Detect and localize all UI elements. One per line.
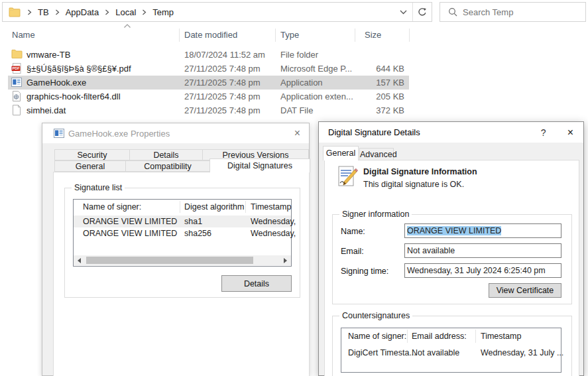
- signer-name: ORANGE VIEW LIMITED: [83, 216, 177, 227]
- tab-digital-signatures[interactable]: Digital Signatures: [209, 158, 310, 172]
- timestamp: Wednesday,: [251, 227, 296, 239]
- column-header-type[interactable]: Type: [280, 30, 299, 40]
- file-row-selected[interactable]: GameHook.exe 27/11/2025 7:48 pm Applicat…: [0, 76, 411, 90]
- dll-file-icon: [11, 91, 22, 101]
- name-field[interactable]: ORANGE VIEW LIMITED: [404, 223, 561, 238]
- signature-status-text: This digital signature is OK.: [363, 180, 464, 189]
- file-name: vmware-TB: [27, 48, 70, 62]
- col-name-of-signer[interactable]: Name of signer:: [83, 200, 141, 214]
- screen: TB AppData Local Temp Name Date modified…: [0, 0, 588, 376]
- scroll-left-icon[interactable]: [74, 255, 84, 265]
- countersignatures-table: Name of signer: Email address: Timestamp…: [341, 328, 561, 373]
- column-divider: [245, 201, 246, 213]
- col-email-address[interactable]: Email address:: [412, 328, 467, 344]
- digest-algorithm: sha1: [184, 216, 202, 227]
- countersigner-name: DigiCert Timesta...: [348, 346, 416, 359]
- file-name: §±§Ú§ã§î§Þ§à §®§£§¥.pdf: [27, 62, 131, 76]
- countersigner-timestamp: Wednesday, 31 July ...: [481, 346, 563, 359]
- file-type: DAT File: [280, 103, 313, 117]
- details-button[interactable]: Details: [221, 275, 292, 292]
- digest-algorithm: sha256: [184, 227, 211, 239]
- file-name: simhei.dat: [27, 103, 66, 117]
- name-value: ORANGE VIEW LIMITED: [407, 226, 501, 235]
- horizontal-scrollbar[interactable]: [74, 255, 291, 265]
- column-divider: [355, 29, 355, 42]
- address-dropdown-button[interactable]: [394, 3, 412, 21]
- tab-compatibility[interactable]: Compatibility: [125, 160, 210, 172]
- column-divider: [409, 29, 410, 42]
- file-row[interactable]: PDF §±§Ú§ã§î§Þ§à §®§£§¥.pdf 27/11/2025 7…: [0, 62, 411, 76]
- tab-details[interactable]: Details: [129, 149, 203, 160]
- signature-details-titlebar[interactable]: Digital Signature Details ? ×: [319, 122, 583, 143]
- search-input[interactable]: [463, 7, 585, 17]
- view-certificate-button[interactable]: View Certificate: [489, 283, 561, 298]
- breadcrumb-item-tb[interactable]: TB: [35, 7, 52, 17]
- signing-time-field[interactable]: Wednesday, 31 July 2024 6:25:40 pm: [404, 263, 561, 278]
- column-divider: [475, 330, 476, 343]
- signer-information-group: Signer information Name: ORANGE VIEW LIM…: [332, 214, 572, 304]
- properties-dialog: GameHook.exe Properties × Security Detai…: [42, 123, 310, 376]
- column-header-modified[interactable]: Date modified: [184, 30, 237, 40]
- signature-row[interactable]: ORANGE VIEW LIMITED sha256 Wednesday,: [74, 227, 291, 239]
- help-icon[interactable]: ?: [541, 127, 546, 138]
- tab-security[interactable]: Security: [54, 149, 130, 160]
- column-header-name[interactable]: Name: [12, 30, 35, 40]
- scroll-right-icon[interactable]: [280, 255, 291, 265]
- countersignatures-group: Countersignatures Name of signer: Email …: [332, 316, 572, 376]
- file-size: 205 KB: [355, 90, 404, 103]
- signature-list-group: Signature list Name of signer: Digest al…: [64, 188, 300, 298]
- signature-details-title: Digital Signature Details: [319, 127, 420, 137]
- breadcrumb-item-appdata[interactable]: AppData: [63, 7, 102, 17]
- properties-titlebar[interactable]: GameHook.exe Properties ×: [42, 123, 309, 143]
- file-modified: 18/07/2024 11:52 am: [184, 48, 265, 62]
- breadcrumb-item-temp[interactable]: Temp: [150, 7, 176, 17]
- svg-text:PDF: PDF: [12, 66, 20, 70]
- chevron-down-icon: [400, 10, 407, 15]
- dat-file-icon: [11, 105, 22, 115]
- address-bar[interactable]: TB AppData Local Temp: [2, 2, 432, 22]
- sort-ascending-icon: [123, 24, 131, 29]
- file-type: Application: [280, 76, 323, 90]
- col-timestamp[interactable]: Timestamp: [481, 328, 521, 344]
- tab-general[interactable]: General: [54, 160, 126, 172]
- close-icon[interactable]: ×: [546, 127, 583, 138]
- file-size: 372 KB: [355, 103, 404, 117]
- folder-icon: [3, 7, 24, 17]
- properties-title: GameHook.exe Properties: [64, 129, 170, 139]
- tab-advanced[interactable]: Advanced: [359, 148, 394, 160]
- signature-list-label: Signature list: [72, 183, 125, 192]
- tab-general[interactable]: General: [323, 146, 359, 160]
- countersignature-row[interactable]: DigiCert Timesta... Not available Wednes…: [341, 346, 561, 359]
- column-divider: [180, 201, 180, 213]
- col-digest-algorithm[interactable]: Digest algorithm: [184, 200, 244, 214]
- file-modified: 27/11/2025 7:48 pm: [184, 76, 261, 90]
- col-name-of-signer[interactable]: Name of signer:: [348, 328, 406, 344]
- email-value: Not available: [407, 246, 455, 255]
- signature-info-heading: Digital Signature Information: [363, 167, 477, 176]
- search-box[interactable]: [440, 2, 586, 22]
- column-divider: [179, 29, 180, 42]
- file-modified: 27/11/2025 7:48 pm: [184, 62, 261, 76]
- file-row[interactable]: vmware-TB 18/07/2024 11:52 am File folde…: [0, 48, 411, 62]
- file-type: Microsoft Edge P...: [280, 62, 352, 76]
- breadcrumb-separator-icon: [52, 9, 63, 15]
- signing-time-label: Signing time:: [341, 267, 388, 276]
- scrollbar-thumb[interactable]: [86, 257, 253, 264]
- column-divider: [407, 330, 408, 343]
- folder-icon: [11, 49, 23, 59]
- file-row[interactable]: graphics-hook-filter64.dll 27/11/2025 7:…: [0, 90, 411, 103]
- file-size: 157 KB: [355, 76, 404, 90]
- breadcrumb-separator-icon: [139, 9, 150, 15]
- col-timestamp[interactable]: Timestamp: [251, 200, 291, 214]
- column-header-size[interactable]: Size: [365, 30, 381, 40]
- email-field[interactable]: Not available: [404, 243, 561, 258]
- file-row[interactable]: simhei.dat 27/11/2025 7:48 pm DAT File 3…: [0, 103, 411, 117]
- signer-name: ORANGE VIEW LIMITED: [83, 227, 177, 239]
- breadcrumb-item-local[interactable]: Local: [113, 7, 139, 17]
- signature-list-table: Name of signer: Digest algorithm Timesta…: [73, 199, 292, 267]
- refresh-button[interactable]: [413, 3, 432, 21]
- close-icon[interactable]: ×: [294, 128, 309, 139]
- refresh-icon: [418, 7, 427, 17]
- signature-row[interactable]: ORANGE VIEW LIMITED sha1 Wednesday,: [74, 216, 291, 227]
- search-icon: [440, 7, 463, 17]
